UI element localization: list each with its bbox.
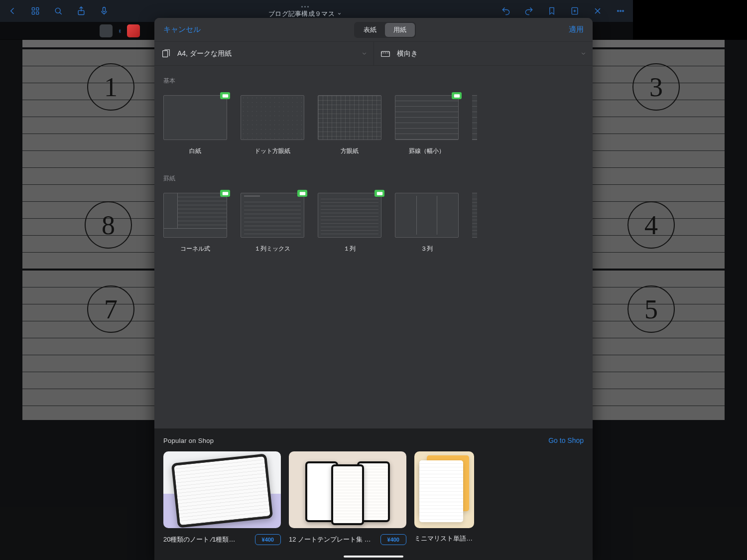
chevron-down-icon: [361, 50, 368, 57]
section-basic-label: 基本: [154, 66, 593, 85]
keyboard-badge-icon: [297, 190, 307, 197]
chevron-down-icon: [580, 50, 587, 57]
svg-rect-3: [36, 12, 39, 14]
mic-icon[interactable]: [99, 5, 110, 16]
shop-item-3[interactable]: VOCABULARYNOTEBOOK ミニマリスト単語帳 …: [414, 451, 474, 475]
insert-tool[interactable]: [100, 24, 113, 37]
svg-rect-23: [222, 192, 228, 195]
cover-paper-tabs: 表紙 用紙: [354, 22, 416, 38]
shop-item-2[interactable]: 12 ノートテンプレート集 … ¥400: [289, 451, 406, 475]
close-icon[interactable]: [592, 5, 603, 16]
document-title[interactable]: ブログ記事構成９マス: [268, 9, 342, 18]
template-1col-mix[interactable]: １列ミックス: [241, 193, 304, 253]
svg-line-5: [60, 12, 62, 14]
svg-rect-22: [454, 94, 459, 98]
bookmark-icon[interactable]: [546, 5, 557, 16]
template-extra-2[interactable]: [472, 193, 477, 253]
handwritten-1: 1: [87, 63, 134, 111]
keyboard-badge-icon: [374, 190, 384, 197]
svg-rect-21: [222, 94, 228, 98]
section-ruled-label: 罫紙: [154, 174, 593, 183]
paper-format-select[interactable]: A4, ダークな用紙: [154, 42, 374, 65]
svg-rect-0: [32, 7, 34, 10]
svg-point-15: [620, 10, 622, 12]
go-to-shop-link[interactable]: Go to Shop: [548, 436, 584, 444]
template-cornell[interactable]: コーネル式: [163, 193, 227, 253]
svg-rect-25: [376, 192, 382, 195]
svg-point-14: [618, 10, 619, 12]
template-blank[interactable]: 白紙: [163, 95, 227, 155]
keyboard-badge-icon: [220, 190, 230, 197]
orientation-icon: [380, 48, 391, 59]
template-1col[interactable]: １列: [318, 193, 381, 253]
search-icon[interactable]: [53, 5, 64, 16]
svg-rect-1: [36, 7, 39, 10]
handwritten-7: 7: [87, 285, 134, 333]
svg-point-16: [622, 10, 624, 12]
template-grid[interactable]: 方眼紙: [318, 95, 381, 155]
cancel-button[interactable]: キャンセル: [163, 25, 201, 34]
more-icon[interactable]: [615, 5, 626, 16]
svg-rect-18: [163, 50, 168, 57]
shop-item-1[interactable]: 20種類のノート ⁄1種類… ¥400: [163, 451, 281, 475]
svg-rect-7: [103, 7, 106, 12]
template-dot-grid[interactable]: ドット方眼紙: [241, 95, 304, 155]
grid-apps-icon[interactable]: [30, 5, 41, 16]
keyboard-badge-icon: [452, 92, 462, 99]
share-icon[interactable]: [76, 5, 87, 16]
handwritten-8: 8: [85, 201, 132, 249]
window-handle-icon[interactable]: [301, 6, 309, 7]
shop-popular-label: Popular on Shop: [163, 437, 214, 444]
svg-rect-19: [381, 51, 389, 56]
svg-point-4: [55, 8, 60, 13]
redo-icon[interactable]: [523, 5, 534, 16]
shop-section: Popular on Shop Go to Shop 20種類のノート ⁄1種類…: [154, 428, 593, 475]
template-narrow-lines[interactable]: 罫線（幅小）: [395, 95, 459, 155]
tab-cover[interactable]: 表紙: [355, 23, 385, 37]
add-page-icon[interactable]: [569, 5, 580, 16]
undo-icon[interactable]: [500, 5, 511, 16]
keyboard-badge-icon: [220, 92, 230, 99]
paper-template-modal: キャンセル 表紙 用紙 適用 A4, ダークな用紙 横向き 基本 白紙 ドット方…: [154, 18, 593, 475]
svg-rect-24: [299, 192, 305, 195]
paper-stack-icon: [160, 48, 171, 59]
template-3col[interactable]: ３列: [395, 193, 459, 253]
pen-tool[interactable]: [127, 24, 140, 37]
orientation-select[interactable]: 横向き: [374, 42, 593, 65]
svg-rect-2: [32, 12, 34, 14]
bluetooth-icon: [118, 27, 122, 35]
apply-button[interactable]: 適用: [569, 25, 584, 34]
tab-paper[interactable]: 用紙: [385, 23, 415, 37]
template-extra[interactable]: [472, 95, 477, 155]
back-icon[interactable]: [7, 5, 18, 16]
